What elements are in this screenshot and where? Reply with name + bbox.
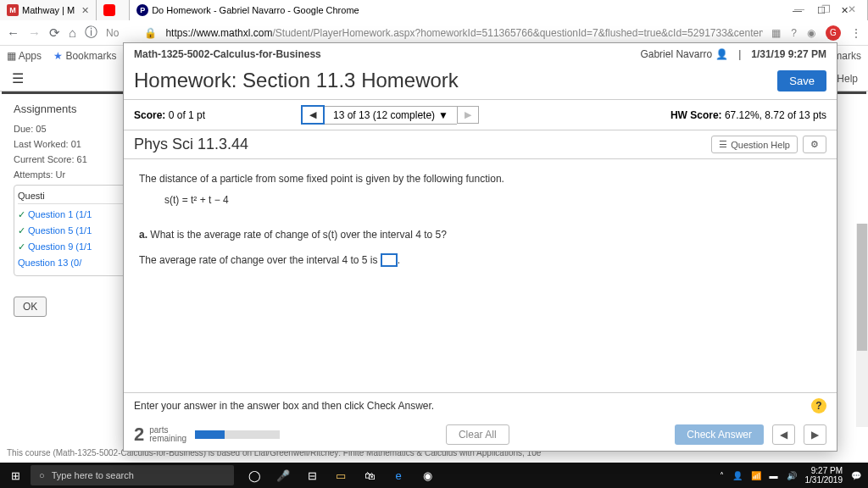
hamburger-icon[interactable]: ☰ xyxy=(12,70,24,86)
mathway-icon: M xyxy=(7,4,19,16)
datetime: 1/31/19 9:27 PM xyxy=(751,48,826,60)
battery-icon[interactable]: ▬ xyxy=(770,471,778,480)
assignments-heading: Assignments xyxy=(14,103,114,115)
problem-id: Phys Sci 11.3.44 xyxy=(134,136,248,153)
notifications-icon[interactable]: 💬 xyxy=(851,471,861,480)
homework-popup: Math-1325-5002-Calculus-for-Business Gab… xyxy=(123,42,837,452)
clear-all-button[interactable]: Clear All xyxy=(446,424,509,445)
user-icon[interactable]: 👤 xyxy=(715,48,728,60)
question-content: The distance of a particle from some fix… xyxy=(124,159,837,280)
question-9-link[interactable]: Question 9 (1/1 xyxy=(18,239,128,255)
taskbar: ⊞ ○ Type here to search ◯ 🎤 ⊟ ▭ 🛍 e ◉ ˄ … xyxy=(0,463,868,488)
course-name: Math-1325-5002-Calculus-for-Business xyxy=(134,48,321,60)
edge-icon[interactable]: e xyxy=(390,467,407,484)
people-icon[interactable]: 👤 xyxy=(732,471,743,480)
url-path: /Student/PlayerHomework.aspx?homeworkId=… xyxy=(272,27,763,39)
close-icon[interactable]: ✕ xyxy=(81,5,89,16)
help-link[interactable]: Help xyxy=(837,73,858,85)
scrollbar-thumb[interactable] xyxy=(857,224,867,351)
taskview-icon[interactable]: ⊟ xyxy=(303,467,320,484)
formula: s(t) = t² + t − 4 xyxy=(139,187,821,214)
lock-icon[interactable]: 🔒 xyxy=(144,27,157,39)
chrome-icon[interactable]: ◉ xyxy=(419,467,436,484)
question-5-link[interactable]: Question 5 (1/1 xyxy=(18,223,128,239)
tile-icon[interactable]: ▦ xyxy=(771,27,781,39)
pearson-icon: P xyxy=(136,4,148,16)
question-position[interactable]: 13 of 13 (12 complete) ▼ xyxy=(325,106,457,125)
score-value: 0 of 1 pt xyxy=(165,109,205,121)
sidebar: Assignments Due: 05 Last Worked: 01 Curr… xyxy=(0,94,127,325)
url-host: https://www.mathxl.com xyxy=(165,27,272,39)
tray-chevron-icon[interactable]: ˄ xyxy=(720,471,724,480)
question-help-button[interactable]: ☰Question Help xyxy=(711,136,798,153)
mic-icon[interactable]: 🎤 xyxy=(275,467,292,484)
apps-icon[interactable]: ▦ Apps xyxy=(7,50,42,62)
parts-remaining: 2 partsremaining xyxy=(134,424,186,446)
prev-part-button[interactable]: ◀ xyxy=(772,424,795,445)
help-icon[interactable]: ? xyxy=(811,398,826,413)
hw-score-label: HW Score: xyxy=(670,109,722,121)
question-13-link[interactable]: Question 13 (0/ xyxy=(18,255,128,270)
bookmarks-link[interactable]: ★ Bookmarks xyxy=(53,50,116,62)
profile-icon[interactable]: G xyxy=(826,25,841,41)
gear-icon: ⚙ xyxy=(810,139,819,150)
youtube-icon xyxy=(103,4,115,16)
user-name: Gabriel Navarro xyxy=(640,48,712,60)
settings-button[interactable]: ⚙ xyxy=(803,136,826,153)
homework-title: Homework: Section 11.3 Homework xyxy=(134,69,459,92)
store-icon[interactable]: 🛍 xyxy=(361,467,378,484)
progress-bar xyxy=(195,430,280,439)
back-icon[interactable]: ← xyxy=(7,25,19,40)
address-bar[interactable]: https://www.mathxl.com/Student/PlayerHom… xyxy=(165,27,763,39)
home-icon[interactable]: ⌂ xyxy=(69,25,76,40)
ok-button[interactable]: OK xyxy=(14,297,47,317)
current-score-label: Current Score: xyxy=(14,154,75,164)
last-worked-label: Last Worked: xyxy=(14,139,69,149)
search-icon: ○ xyxy=(39,470,45,480)
start-button[interactable]: ⊞ xyxy=(0,469,31,482)
question-1-link[interactable]: Question 1 (1/1 xyxy=(18,207,128,223)
popup-title: Do Homework - Gabriel Navarro - Google C… xyxy=(152,5,359,15)
tab-label: Mathway | M xyxy=(22,5,75,15)
wifi-icon[interactable]: 📶 xyxy=(751,471,761,480)
score-label: Score: xyxy=(134,109,165,121)
cortana-icon[interactable]: ◯ xyxy=(246,467,263,484)
answer-prompt: The average rate of change over the inte… xyxy=(139,254,381,266)
bg-minimize-icon: — xyxy=(794,3,804,15)
explorer-icon[interactable]: ▭ xyxy=(332,467,349,484)
question-list-header: Questi xyxy=(18,191,128,204)
tab-mathway[interactable]: M Mathway | M ✕ xyxy=(0,0,97,20)
clock[interactable]: 9:27 PM 1/31/2019 xyxy=(805,466,843,485)
part-a-question: What is the average rate of change of s(… xyxy=(150,229,447,241)
popup-footer: Enter your answer in the answer box and … xyxy=(124,392,837,451)
prev-question-button[interactable]: ◀ xyxy=(301,105,325,125)
check-answer-button[interactable]: Check Answer xyxy=(675,424,764,445)
list-icon: ☰ xyxy=(719,139,727,150)
menu-icon[interactable]: ⋮ xyxy=(851,27,861,39)
sync-icon[interactable]: ◉ xyxy=(807,27,815,39)
problem-statement: The distance of a particle from some fix… xyxy=(139,171,821,187)
taskbar-search[interactable]: ○ Type here to search xyxy=(31,465,234,485)
volume-icon[interactable]: 🔊 xyxy=(787,471,797,480)
popup-title-bar: P Do Homework - Gabriel Navarro - Google… xyxy=(130,0,868,20)
bg-close-icon: ✕ xyxy=(848,3,856,15)
search-placeholder: Type here to search xyxy=(52,470,134,480)
answer-input[interactable] xyxy=(381,253,398,267)
next-question-button[interactable]: ▶ xyxy=(457,106,479,124)
attempts-label: Attempts: xyxy=(14,169,53,180)
tab-youtube[interactable] xyxy=(97,0,130,20)
bg-addr-stub: No xyxy=(106,27,119,39)
forward-icon[interactable]: → xyxy=(28,25,41,40)
tab-strip: M Mathway | M ✕ P Do Homework - Gabriel … xyxy=(0,0,868,20)
save-button[interactable]: Save xyxy=(777,70,826,92)
help-icon[interactable]: ? xyxy=(791,27,797,39)
question-list: Questi Question 1 (1/1 Question 5 (1/1 Q… xyxy=(14,185,132,276)
bg-maximize-icon: ❐ xyxy=(821,3,831,15)
next-part-button[interactable]: ▶ xyxy=(804,424,826,445)
due-label: Due: xyxy=(14,124,33,134)
info-icon[interactable]: ⓘ xyxy=(85,25,97,41)
reload-icon[interactable]: ⟳ xyxy=(49,25,60,41)
hw-score-value: 67.12%, 8.72 of 13 pts xyxy=(722,109,826,121)
instruction-text: Enter your answer in the answer box and … xyxy=(134,400,434,412)
chevron-down-icon[interactable]: ▼ xyxy=(438,109,448,121)
